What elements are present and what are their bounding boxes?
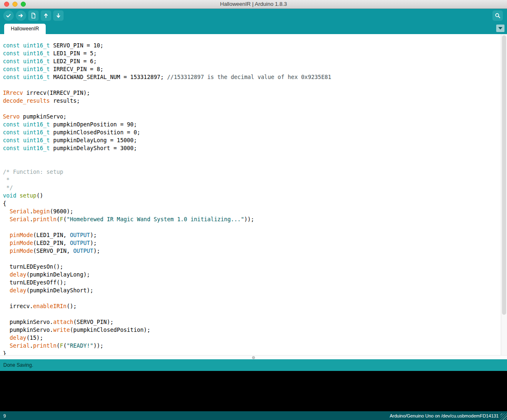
document-icon <box>30 12 37 19</box>
code-editor[interactable]: const uint16_t SERVO_PIN = 10;const uint… <box>0 34 507 355</box>
titlebar: HalloweenIR | Arduino 1.8.3 <box>0 0 507 9</box>
console-output <box>0 371 507 411</box>
board-port-info: Arduino/Genuino Uno on /dev/cu.usbmodemF… <box>390 413 499 418</box>
code-lines: const uint16_t SERVO_PIN = 10;const uint… <box>0 34 507 355</box>
toolbar <box>0 9 507 22</box>
verify-button[interactable] <box>3 10 14 21</box>
statusbar: Done Saving. <box>0 359 507 371</box>
scrollbar-thumb[interactable] <box>502 35 506 315</box>
magnifier-icon <box>495 12 501 19</box>
tab-halloweenir[interactable]: HalloweenIR <box>4 24 46 34</box>
editor-console-splitter[interactable] <box>0 355 507 359</box>
save-button[interactable] <box>53 10 64 21</box>
cursor-line-number: 9 <box>3 413 6 418</box>
status-message: Done Saving. <box>3 362 33 368</box>
new-sketch-button[interactable] <box>28 10 39 21</box>
arduino-ide-window: HalloweenIR | Arduino 1.8.3 HalloweenIR <box>0 0 507 420</box>
tabbar: HalloweenIR <box>0 22 507 34</box>
arrow-up-icon <box>43 12 49 19</box>
open-button[interactable] <box>41 10 51 21</box>
tab-menu-button[interactable] <box>496 25 505 32</box>
upload-button[interactable] <box>16 10 26 21</box>
resize-grip[interactable] <box>500 413 507 420</box>
serial-monitor-button[interactable] <box>492 10 503 21</box>
chevron-down-icon <box>498 27 502 30</box>
footer: 9 Arduino/Genuino Uno on /dev/cu.usbmode… <box>0 411 507 420</box>
check-icon <box>5 12 12 19</box>
tab-label: HalloweenIR <box>11 26 39 32</box>
splitter-handle-icon <box>252 356 255 359</box>
arrow-right-icon <box>18 12 24 19</box>
vertical-scrollbar[interactable] <box>501 34 507 355</box>
arrow-down-icon <box>55 12 62 19</box>
window-title: HalloweenIR | Arduino 1.8.3 <box>0 0 507 8</box>
